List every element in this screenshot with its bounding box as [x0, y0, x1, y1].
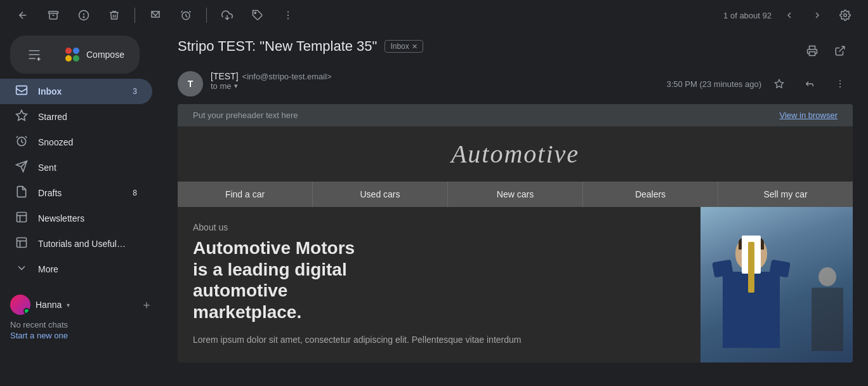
svg-point-17	[73, 55, 79, 62]
sent-icon	[15, 160, 28, 176]
star-email-button[interactable]	[766, 71, 792, 96]
svg-point-6	[254, 12, 256, 13]
svg-point-3	[83, 17, 84, 18]
drafts-badge: 8	[133, 189, 137, 197]
sender-details: [TEST] <info@stripo-test.email> to me ▾	[211, 71, 332, 91]
snooze-button[interactable]	[173, 3, 199, 28]
divider-1	[135, 8, 135, 23]
recipients-chevron-icon[interactable]: ▾	[234, 82, 238, 90]
divider-2	[206, 8, 207, 23]
starred-icon	[15, 109, 28, 125]
chat-header: Hanna ▾ ＋	[10, 295, 152, 315]
nav-item-inbox[interactable]: Inbox 3	[0, 79, 152, 104]
svg-point-15	[73, 48, 79, 54]
chat-username: Hanna	[36, 300, 62, 310]
delete-button[interactable]	[102, 3, 127, 28]
archive-button[interactable]	[41, 3, 66, 28]
about-us-label: About us	[193, 222, 685, 232]
top-toolbar: 1 of about 92	[0, 0, 868, 30]
svg-point-34	[839, 86, 841, 88]
nav-item-newsletters[interactable]: Newsletters	[0, 206, 152, 231]
report-button[interactable]	[71, 3, 96, 28]
person-figure	[720, 236, 783, 363]
view-in-browser-link[interactable]: View in browser	[779, 110, 838, 120]
sender-to: to me	[211, 81, 232, 91]
header-actions	[799, 38, 853, 63]
reply-button[interactable]	[797, 71, 822, 96]
bg-head	[819, 267, 836, 286]
inbox-label-badge: Inbox ✕	[385, 40, 423, 53]
sender-email-addr: <info@stripo-test.email>	[242, 72, 332, 81]
back-button[interactable]	[10, 3, 36, 28]
email-branding: Automotive	[178, 126, 853, 182]
compose-label: Compose	[86, 50, 124, 60]
svg-marker-19	[16, 110, 27, 120]
move-button[interactable]	[214, 3, 240, 28]
brand-logo: Automotive	[190, 139, 840, 169]
tutorials-label: Tutorials and Useful Lin...	[38, 239, 127, 249]
compose-button[interactable]: Compose	[10, 36, 140, 74]
inbox-icon	[15, 84, 28, 100]
bg-figure	[808, 267, 846, 363]
label-button[interactable]	[245, 3, 270, 28]
sender-row: T [TEST] <info@stripo-test.email> to me …	[162, 63, 868, 104]
nav-item-starred[interactable]: Starred	[0, 104, 152, 130]
svg-point-32	[839, 80, 841, 81]
settings-button[interactable]	[832, 3, 858, 28]
drafts-icon	[15, 185, 28, 201]
person-body	[723, 272, 780, 348]
svg-rect-29	[810, 52, 815, 56]
mark-unread-button[interactable]	[143, 3, 168, 28]
email-nav-find-car[interactable]: Find a car	[178, 182, 313, 207]
email-pane: Stripo TEST: "New Template 35" Inbox ✕ T	[162, 30, 868, 386]
starred-label: Starred	[38, 112, 137, 122]
svg-point-14	[65, 48, 72, 54]
add-chat-button[interactable]: ＋	[141, 297, 152, 312]
email-time: 3:50 PM (23 minutes ago)	[666, 79, 761, 89]
email-nav-new-cars[interactable]: New cars	[448, 182, 583, 207]
email-more-button[interactable]	[827, 71, 853, 96]
nav-item-more[interactable]: More	[0, 256, 152, 282]
email-text-column: About us Automotive Motors is a leading …	[178, 207, 700, 363]
svg-rect-0	[49, 11, 58, 13]
drafts-label: Drafts	[38, 188, 122, 198]
next-email-button[interactable]	[805, 3, 830, 28]
email-nav-sell-car[interactable]: Sell my car	[718, 182, 853, 207]
sidebar: Compose Inbox 3 Starred Snoozed	[0, 30, 162, 386]
no-chats-text: No recent chats	[10, 317, 152, 329]
main-layout: Compose Inbox 3 Starred Snoozed	[0, 30, 868, 386]
svg-rect-23	[17, 212, 27, 222]
nav-item-drafts[interactable]: Drafts 8	[0, 180, 152, 206]
svg-point-33	[839, 83, 841, 84]
newsletters-label: Newsletters	[38, 213, 137, 223]
chat-user: Hanna ▾	[10, 295, 70, 315]
open-external-button[interactable]	[827, 38, 853, 63]
user-avatar	[10, 295, 30, 315]
nav-item-snoozed[interactable]: Snoozed	[0, 130, 152, 155]
sender-info: T [TEST] <info@stripo-test.email> to me …	[178, 71, 332, 96]
start-new-chat-link[interactable]: Start a new one	[10, 331, 68, 340]
snoozed-label: Snoozed	[38, 137, 137, 147]
prev-email-button[interactable]	[777, 3, 802, 28]
print-button[interactable]	[799, 38, 825, 63]
svg-point-8	[287, 15, 289, 16]
email-nav-used-cars[interactable]: Used cars	[313, 182, 448, 207]
email-content-area: About us Automotive Motors is a leading …	[178, 207, 853, 363]
nav-item-tutorials[interactable]: Tutorials and Useful Lin...	[0, 231, 152, 256]
inbox-label: Inbox	[38, 86, 122, 96]
inbox-badge-close[interactable]: ✕	[412, 43, 418, 51]
more-button[interactable]	[275, 3, 301, 28]
email-nav-dealers[interactable]: Dealers	[583, 182, 718, 207]
sender-avatar: T	[178, 71, 203, 96]
user-menu-icon[interactable]: ▾	[67, 302, 70, 309]
toolbar-left	[10, 3, 301, 28]
nav-item-sent[interactable]: Sent	[0, 155, 152, 180]
svg-rect-18	[16, 86, 27, 94]
sender-name: [TEST]	[211, 71, 239, 81]
email-header: Stripo TEST: "New Template 35" Inbox ✕	[162, 30, 868, 63]
svg-marker-31	[775, 79, 783, 88]
svg-point-16	[65, 55, 72, 62]
email-subject: Stripo TEST: "New Template 35"	[178, 38, 377, 55]
more-label: More	[38, 264, 137, 274]
online-indicator	[23, 308, 30, 314]
